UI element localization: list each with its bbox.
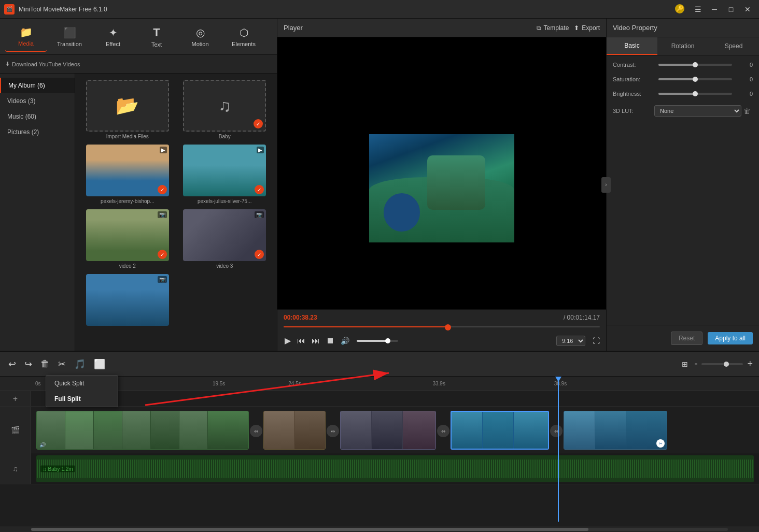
lut-delete-button[interactable]: 🗑: [741, 107, 753, 115]
transition-4[interactable]: ⇔: [550, 425, 563, 437]
media-sidebar-nav: My Album (6) Videos (3) Music (60) Pictu…: [0, 74, 75, 351]
video-track-icon: 🎬: [11, 426, 20, 434]
tab-speed[interactable]: Speed: [708, 37, 759, 55]
redo-button[interactable]: ↪: [22, 356, 34, 372]
seek-handle[interactable]: [445, 324, 451, 330]
property-title: Video Property: [613, 24, 657, 32]
zoom-in-button[interactable]: +: [747, 358, 753, 369]
media-content-area: My Album (6) Videos (3) Music (60) Pictu…: [0, 74, 277, 351]
contrast-slider[interactable]: [658, 64, 732, 66]
clip-2[interactable]: [263, 411, 326, 450]
sidebar-item-album[interactable]: My Album (6): [0, 78, 75, 93]
seek-bar[interactable]: [284, 326, 600, 327]
vid1-media-item[interactable]: ✓ ▶ pexels-jeremy-bishop...: [81, 145, 174, 204]
template-button[interactable]: ⧉ Template: [537, 24, 569, 32]
sidebar-item-music[interactable]: Music (60): [0, 109, 75, 124]
undo-button[interactable]: ↩: [6, 356, 18, 372]
transition-2[interactable]: ⇔: [327, 425, 339, 437]
reset-button[interactable]: Reset: [671, 332, 702, 345]
h-scrollbar-thumb[interactable]: [31, 528, 588, 531]
tool-media[interactable]: 📁 Media: [5, 22, 47, 52]
waveform-svg: [36, 455, 754, 482]
sidebar-item-videos[interactable]: Videos (3): [0, 93, 75, 109]
h-scrollbar-track[interactable]: [31, 528, 728, 531]
playhead[interactable]: [558, 377, 559, 522]
maximize-button[interactable]: □: [724, 4, 738, 15]
transition-3[interactable]: ⇔: [437, 425, 449, 437]
saturation-slider[interactable]: [658, 78, 732, 80]
add-video-track-button[interactable]: +: [0, 391, 31, 406]
tool-text[interactable]: T Text: [136, 22, 177, 52]
zoom-slider-handle[interactable]: [724, 362, 729, 367]
tab-rotation[interactable]: Rotation: [657, 37, 708, 55]
template-icon: ⧉: [537, 24, 541, 32]
download-youtube-button[interactable]: ⬇ Download YouTube Videos: [5, 61, 80, 67]
tool-transition[interactable]: ⬛ Transition: [49, 22, 90, 52]
close-button[interactable]: ✕: [740, 4, 755, 15]
left-panel: 📁 Media ⬛ Transition ✦ Effect T Text ◎ M…: [0, 19, 277, 351]
delete-button[interactable]: 🗑: [38, 356, 52, 371]
vid4-type-icon: 📷: [255, 211, 264, 218]
aspect-ratio-select[interactable]: 9:16 16:9 1:1: [556, 336, 585, 346]
brightness-slider-handle[interactable]: [693, 91, 698, 96]
vid3-media-item[interactable]: ✓ 📷 video 2: [81, 209, 174, 269]
volume-slider[interactable]: [357, 340, 398, 342]
play-button[interactable]: ▶: [284, 335, 292, 347]
clip-1-frames: [37, 411, 248, 449]
contrast-slider-handle[interactable]: [693, 62, 698, 67]
sidebar-item-pictures[interactable]: Pictures (2): [0, 124, 75, 140]
total-time-display: / 00:01:14.17: [562, 314, 600, 321]
clip-3-frames: [341, 411, 435, 449]
full-split-item[interactable]: Full Split: [46, 391, 118, 407]
menu-button[interactable]: ☰: [691, 4, 705, 15]
minimize-button[interactable]: ─: [707, 4, 722, 15]
seek-fill: [284, 326, 448, 327]
tool-effect[interactable]: ✦ Effect: [92, 22, 134, 52]
split-button[interactable]: ✂: [56, 356, 68, 372]
crop-button[interactable]: ⬜: [92, 356, 107, 372]
vid2-label: pexels-julius-silver-75...: [198, 198, 251, 204]
ruler-mark-2: 24.5s: [288, 381, 301, 386]
media-grid: 📂 Import Media Files ♫ ✓ Baby: [75, 74, 277, 334]
zoom-slider[interactable]: [701, 363, 743, 365]
volume-handle[interactable]: [385, 338, 390, 343]
quick-split-item[interactable]: Quick Split: [46, 376, 118, 391]
elements-icon: ⬡: [240, 26, 248, 39]
saturation-slider-handle[interactable]: [693, 77, 698, 82]
apply-all-button[interactable]: Apply to all: [708, 332, 753, 344]
mute-button[interactable]: 🔊: [340, 336, 350, 346]
fit-button[interactable]: ⊞: [680, 358, 690, 370]
clip-1[interactable]: 🔊: [36, 411, 249, 450]
clip-3[interactable]: [340, 411, 436, 450]
vid5-media-item[interactable]: 📷: [81, 274, 174, 328]
next-frame-button[interactable]: ⏭: [311, 335, 321, 347]
property-content: Contrast: 0 Saturation: 0 Brightness:: [607, 55, 759, 325]
export-button[interactable]: ⬆ Export: [574, 24, 600, 32]
ruler-mark-3: 33.9s: [432, 381, 445, 386]
clip-4[interactable]: [451, 411, 549, 450]
panel-collapse-button[interactable]: ›: [601, 177, 611, 193]
clip-5[interactable]: ✂: [564, 411, 667, 450]
prev-frame-button[interactable]: ⏮: [296, 335, 306, 347]
fullscreen-button[interactable]: ⛶: [593, 337, 600, 345]
tab-basic[interactable]: Basic: [607, 37, 657, 55]
vid4-media-item[interactable]: ✓ 📷 video 3: [179, 209, 271, 269]
audio-button[interactable]: 🎵: [72, 356, 88, 372]
zoom-out-button[interactable]: -: [694, 358, 697, 369]
video-top-black: [369, 75, 514, 134]
lut-select[interactable]: None: [654, 105, 741, 117]
transition-1[interactable]: ⇔: [250, 425, 262, 437]
import-media-item[interactable]: 📂 Import Media Files: [81, 80, 174, 139]
current-time-display: 00:00:38.23: [284, 314, 317, 321]
h-scrollbar[interactable]: [0, 526, 759, 532]
tool-motion[interactable]: ◎ Motion: [179, 22, 221, 52]
baby-media-item[interactable]: ♫ ✓ Baby: [179, 80, 271, 139]
stop-button[interactable]: ⏹: [325, 335, 335, 347]
media-top-bar: ⬇ Download YouTube Videos: [0, 55, 277, 74]
music-track-content[interactable]: ♫ Baby 1.2m: [31, 455, 759, 482]
import-label: Import Media Files: [106, 134, 149, 139]
brightness-slider[interactable]: [658, 93, 732, 95]
vid2-media-item[interactable]: ✓ ▶ pexels-julius-silver-75...: [179, 145, 271, 204]
right-panel: Video Property Basic Rotation Speed Cont…: [606, 19, 759, 351]
tool-elements[interactable]: ⬡ Elements: [223, 22, 264, 52]
